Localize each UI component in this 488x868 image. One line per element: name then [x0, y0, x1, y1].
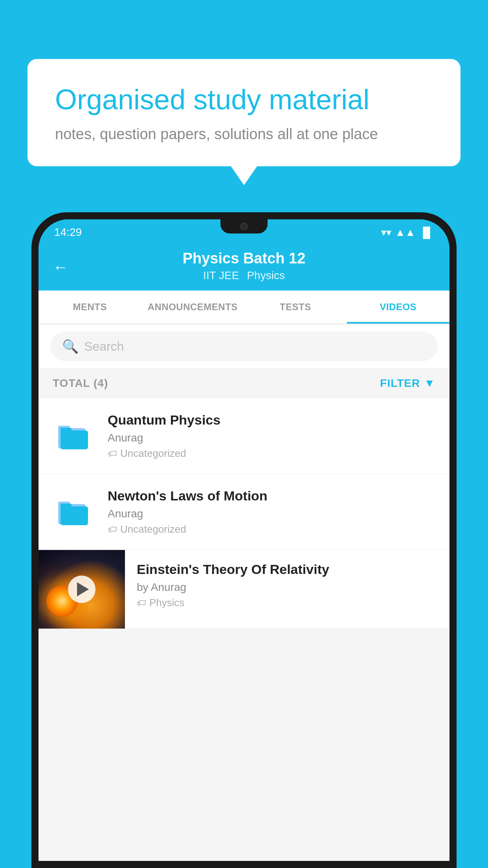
- video-title-3: Einstein's Theory Of Relativity: [137, 562, 438, 577]
- phone-frame: 14:29 ▾▾ ▲▲ ▐▌ ← Physics Batch 12 IIT JE…: [31, 212, 457, 868]
- svg-rect-3: [61, 428, 72, 432]
- tag-icon-3: 🏷: [137, 598, 146, 609]
- battery-icon: ▐▌: [419, 226, 434, 239]
- app-header: ← Physics Batch 12 IIT JEE Physics: [39, 243, 449, 291]
- content-area: 🔍 Search TOTAL (4) FILTER ▼: [39, 324, 449, 861]
- search-icon: 🔍: [62, 338, 79, 354]
- play-button[interactable]: [68, 576, 95, 603]
- speech-bubble-container: Organised study material notes, question…: [28, 59, 460, 166]
- tag-label-3: Physics: [149, 597, 185, 609]
- svg-rect-6: [61, 506, 88, 525]
- video-tag-1: 🏷 Uncategorized: [108, 447, 435, 460]
- einstein-bg: [39, 550, 125, 629]
- tab-ments[interactable]: MENTS: [39, 291, 141, 324]
- tab-announcements[interactable]: ANNOUNCEMENTS: [141, 291, 244, 324]
- list-item[interactable]: Quantum Physics Anurag 🏷 Uncategorized: [39, 398, 449, 474]
- list-item[interactable]: Einstein's Theory Of Relativity by Anura…: [39, 550, 449, 629]
- back-button[interactable]: ←: [53, 258, 68, 276]
- video-title-1: Quantum Physics: [108, 412, 435, 428]
- tab-videos[interactable]: VIDEOS: [347, 291, 450, 324]
- speech-bubble-subtitle: notes, question papers, solutions all at…: [55, 126, 433, 143]
- filter-bar: TOTAL (4) FILTER ▼: [39, 368, 449, 398]
- signal-icon: ▲▲: [395, 226, 415, 239]
- status-time: 14:29: [54, 226, 82, 239]
- einstein-info: Einstein's Theory Of Relativity by Anura…: [125, 550, 449, 629]
- tag-label-2: Uncategorized: [120, 523, 186, 535]
- video-info-1: Quantum Physics Anurag 🏷 Uncategorized: [108, 412, 435, 460]
- phone-inner: 14:29 ▾▾ ▲▲ ▐▌ ← Physics Batch 12 IIT JE…: [39, 219, 449, 861]
- speech-bubble-title: Organised study material: [55, 83, 433, 116]
- video-author-3: by Anurag: [137, 581, 438, 594]
- total-count: TOTAL (4): [53, 377, 108, 390]
- header-tags: IIT JEE Physics: [203, 269, 285, 282]
- filter-label: FILTER: [380, 377, 420, 390]
- wifi-icon: ▾▾: [381, 226, 391, 239]
- tag-icon-2: 🏷: [108, 524, 117, 535]
- search-bar-container: 🔍 Search: [39, 324, 449, 368]
- svg-rect-7: [61, 504, 72, 508]
- video-author-1: Anurag: [108, 432, 435, 444]
- header-tag-physics: Physics: [247, 269, 284, 282]
- speech-bubble: Organised study material notes, question…: [28, 59, 460, 166]
- video-list: Quantum Physics Anurag 🏷 Uncategorized: [39, 398, 449, 629]
- video-tag-2: 🏷 Uncategorized: [108, 523, 435, 535]
- phone-notch: [220, 219, 268, 234]
- search-input[interactable]: Search: [84, 339, 124, 354]
- video-folder-icon-2: [53, 490, 96, 533]
- video-info-2: Newton's Laws of Motion Anurag 🏷 Uncateg…: [108, 488, 435, 535]
- notch-camera: [240, 223, 248, 230]
- video-title-2: Newton's Laws of Motion: [108, 488, 435, 504]
- play-icon: [77, 582, 89, 596]
- einstein-thumbnail: [39, 550, 125, 629]
- list-item[interactable]: Newton's Laws of Motion Anurag 🏷 Uncateg…: [39, 474, 449, 550]
- filter-button[interactable]: FILTER ▼: [380, 377, 435, 390]
- status-icons: ▾▾ ▲▲ ▐▌: [381, 226, 434, 239]
- svg-rect-2: [61, 430, 88, 449]
- tab-bar: MENTS ANNOUNCEMENTS TESTS VIDEOS: [39, 291, 449, 324]
- video-folder-icon-1: [53, 414, 96, 458]
- tag-icon-1: 🏷: [108, 448, 117, 459]
- search-bar[interactable]: 🔍 Search: [50, 331, 438, 361]
- header-tag-iit: IIT JEE: [203, 269, 239, 282]
- video-author-2: Anurag: [108, 508, 435, 520]
- tab-tests[interactable]: TESTS: [244, 291, 347, 324]
- video-tag-3: 🏷 Physics: [137, 597, 438, 609]
- tag-label-1: Uncategorized: [120, 447, 186, 460]
- header-title: Physics Batch 12: [183, 250, 306, 267]
- filter-icon: ▼: [424, 377, 435, 390]
